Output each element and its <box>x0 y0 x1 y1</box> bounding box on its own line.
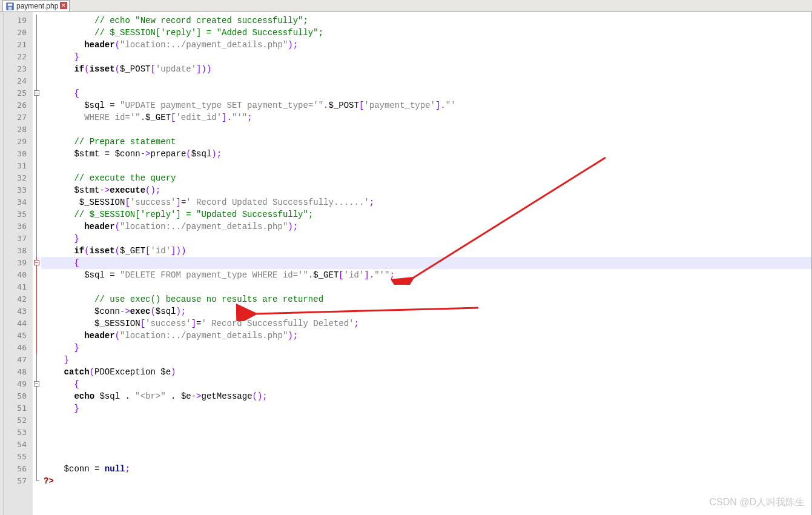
code-line: $stmt->execute(); <box>41 184 811 196</box>
code-line <box>41 124 811 136</box>
code-editor[interactable]: 1920212223242526272829303132333435363738… <box>4 12 812 515</box>
fold-cell <box>33 439 41 451</box>
fold-box[interactable] <box>34 90 39 96</box>
line-number: 27 <box>4 111 33 124</box>
code-line <box>41 451 811 463</box>
fold-cell <box>33 124 41 136</box>
code-line: ?> <box>41 475 811 487</box>
fold-cell <box>33 15 41 27</box>
fold-cell <box>33 427 41 439</box>
line-number: 54 <box>4 439 33 451</box>
code-line: $conn = null; <box>41 463 811 475</box>
code-content[interactable]: // echo "New record created successfully… <box>41 12 811 515</box>
code-line: $conn->exec($sql); <box>41 305 811 317</box>
line-number: 49 <box>4 378 33 390</box>
code-line: WHERE id='".$_GET['edit_id']."'"; <box>41 111 811 124</box>
fold-cell <box>33 63 41 75</box>
fold-cell <box>33 111 41 124</box>
fold-cell <box>33 160 41 172</box>
fold-cell <box>33 342 41 354</box>
fold-cell <box>33 136 41 148</box>
line-number: 28 <box>4 124 33 136</box>
save-icon <box>5 2 14 10</box>
line-number: 39 <box>4 257 33 269</box>
line-number: 24 <box>4 75 33 87</box>
fold-cell <box>33 39 41 51</box>
code-line <box>41 281 811 293</box>
tab-bar: payment.php ✕ <box>0 0 812 12</box>
code-line: // use exec() because no results are ret… <box>41 293 811 305</box>
code-line: $sql = "UPDATE payment_type SET payment_… <box>41 99 811 111</box>
line-number: 46 <box>4 342 33 354</box>
code-line: if(isset($_GET['id'])) <box>41 245 811 257</box>
code-line: $sql = "DELETE FROM payment_type WHERE i… <box>41 269 811 281</box>
fold-cell <box>33 87 41 99</box>
code-line: header("location:../payment_details.php"… <box>41 330 811 342</box>
fold-cell <box>33 221 41 233</box>
line-number: 19 <box>4 15 33 27</box>
fold-cell <box>33 293 41 305</box>
code-line: } <box>41 51 811 63</box>
line-number: 51 <box>4 402 33 414</box>
line-number: 40 <box>4 269 33 281</box>
code-line: // Prepare statement <box>41 136 811 148</box>
line-number: 48 <box>4 366 33 378</box>
line-number: 53 <box>4 427 33 439</box>
code-line: $stmt = $conn->prepare($sql); <box>41 148 811 160</box>
code-line: { <box>41 378 811 390</box>
line-number: 47 <box>4 354 33 366</box>
fold-cell <box>33 463 41 475</box>
code-line: if(isset($_POST['update'])) <box>41 63 811 75</box>
line-number: 23 <box>4 63 33 75</box>
fold-cell <box>33 330 41 342</box>
code-line: catch(PDOException $e) <box>41 366 811 378</box>
line-number: 21 <box>4 39 33 51</box>
line-number: 30 <box>4 148 33 160</box>
fold-box[interactable] <box>34 381 39 387</box>
fold-cell <box>33 414 41 427</box>
fold-cell <box>33 402 41 414</box>
code-line: } <box>41 233 811 245</box>
fold-cell <box>33 257 41 269</box>
code-line: } <box>41 354 811 366</box>
fold-cell <box>33 378 41 390</box>
line-number: 22 <box>4 51 33 63</box>
fold-cell <box>33 172 41 184</box>
line-number: 38 <box>4 245 33 257</box>
fold-cell <box>33 269 41 281</box>
svg-rect-1 <box>7 3 12 5</box>
fold-cell <box>33 148 41 160</box>
fold-cell <box>33 27 41 39</box>
code-line <box>41 427 811 439</box>
fold-cell <box>33 75 41 87</box>
tab-filename: payment.php <box>16 2 58 10</box>
fold-column <box>33 12 41 515</box>
line-number: 25 <box>4 87 33 99</box>
line-number: 33 <box>4 184 33 196</box>
line-number: 45 <box>4 330 33 342</box>
code-line <box>41 414 811 427</box>
line-number: 44 <box>4 317 33 330</box>
line-number: 42 <box>4 293 33 305</box>
code-line <box>41 75 811 87</box>
editor-tab[interactable]: payment.php ✕ <box>2 0 70 12</box>
line-number-gutter: 1920212223242526272829303132333435363738… <box>4 12 33 515</box>
line-number: 55 <box>4 451 33 463</box>
fold-cell <box>33 475 41 487</box>
code-line <box>41 160 811 172</box>
line-number: 34 <box>4 196 33 208</box>
code-line <box>41 439 811 451</box>
fold-cell <box>33 184 41 196</box>
fold-cell <box>33 390 41 402</box>
line-number: 43 <box>4 305 33 317</box>
code-line: // $_SESSION['reply'] = "Updated Success… <box>41 208 811 221</box>
line-number: 32 <box>4 172 33 184</box>
close-icon[interactable]: ✕ <box>60 2 67 9</box>
code-line: { <box>41 87 811 99</box>
code-line: header("location:../payment_details.php"… <box>41 39 811 51</box>
fold-cell <box>33 354 41 366</box>
fold-box[interactable] <box>34 260 39 265</box>
line-number: 41 <box>4 281 33 293</box>
fold-cell <box>33 233 41 245</box>
code-line: { <box>41 257 811 269</box>
